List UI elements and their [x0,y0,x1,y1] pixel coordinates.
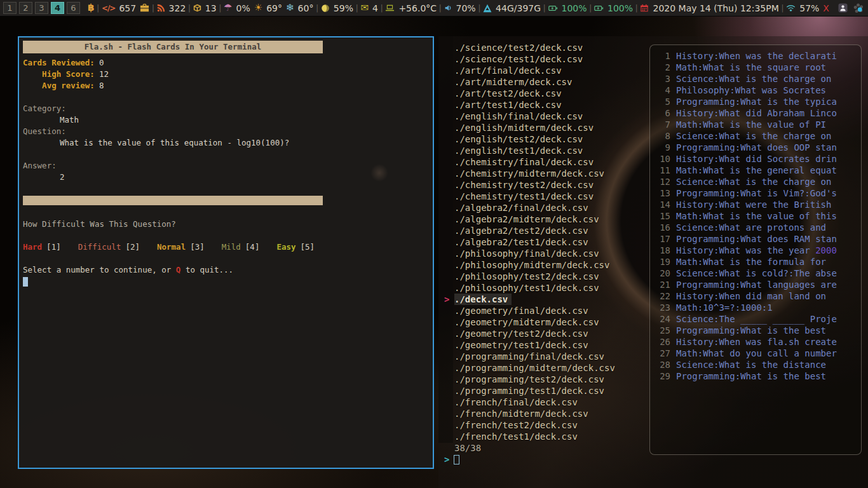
file-row[interactable]: ./programming/test2/deck.csv [438,374,654,385]
option-label: Normal [157,242,186,252]
bar-module-clock[interactable]: 2020 May 14 (Thu) 12:35PM [640,3,778,13]
bar-module-packages[interactable]: 13 [193,3,217,13]
answer-label: Answer: [23,160,429,172]
fzf-search-input[interactable]: > [444,454,459,465]
file-row[interactable]: ./art/test1/deck.csv [438,99,654,111]
file-row[interactable]: ./chemistry/final/deck.csv [438,156,654,168]
bar-module-weather[interactable]: ☂0%☀69°❄60° [224,3,313,13]
picker-terminal-window[interactable]: ./science/test2/deck.csv./science/test1/… [438,36,868,488]
file-row[interactable]: ./algebra2/test1/deck.csv [438,236,654,248]
fzf-pointer [438,236,454,248]
preview-line: 19Math:What is the formula for [656,256,861,268]
file-row[interactable]: ./english/midterm/deck.csv [438,122,654,133]
module-separator: | [315,3,319,13]
answer-value: 2 [23,172,429,183]
bar-module-volume[interactable]: 70% [444,3,476,13]
bar-module-value: 100% [562,3,587,13]
bar-module-network[interactable]: 57%X [786,3,829,13]
card-text: Math:What is the value of PI [676,119,826,130]
bar-module-dev-stats[interactable]: </>657 [102,3,149,13]
bar-module-battery-2[interactable]: 100% [594,3,633,13]
file-row[interactable]: ./algebra2/test2/deck.csv [438,225,654,236]
workspace-button-6[interactable]: 6 [67,2,80,14]
file-row[interactable]: ./art/final/deck.csv [438,65,654,76]
spacer [23,149,429,160]
card-text: Programming:What is the best [676,371,826,381]
card-text: Science:What is the charge on [676,74,831,84]
file-row[interactable]: ./geometry/midterm/deck.csv [438,316,654,328]
workspace-button-4[interactable]: 4 [51,2,64,14]
file-path: ./chemistry/final/deck.csv [454,156,593,168]
file-path: ./french/midterm/deck.csv [454,408,588,419]
preview-line: 3Science:What is the charge on [656,73,861,85]
card-text: Programming:What is the best [676,325,826,336]
file-row[interactable]: ./chemistry/test1/deck.csv [438,191,654,202]
difficulty-option-easy: Easy[5] [276,241,315,253]
file-row[interactable]: ./programming/midterm/deck.csv [438,362,654,374]
workspace-button-1[interactable]: 1 [3,2,17,14]
volume-icon [444,4,452,12]
workspace-button-3[interactable]: 3 [35,2,48,14]
keybase-tray-icon[interactable] [837,3,848,14]
file-row[interactable]: ./french/final/deck.csv [438,396,654,408]
file-row[interactable]: ./science/test1/deck.csv [438,53,654,65]
file-row[interactable]: ./art/test2/deck.csv [438,88,654,99]
fzf-pointer [438,99,454,111]
bar-module-mail[interactable]: ✉4 [360,3,378,13]
preview-line: 10History:What did Socrates drin [656,153,861,165]
file-row[interactable]: ./french/midterm/deck.csv [438,408,654,419]
bar-module-moon-phase[interactable]: 59% [321,3,353,13]
preview-line: 8Science:What is the charge on [656,130,861,142]
spacer [23,207,429,219]
file-row[interactable]: ./chemistry/midterm/deck.csv [438,168,654,179]
option-label: Mild [222,242,241,252]
pinwheel-tray-icon[interactable] [853,3,864,14]
file-row[interactable]: ./philosophy/final/deck.csv [438,248,654,259]
file-row[interactable]: ./english/final/deck.csv [438,111,654,122]
bar-module-value: X [823,3,829,13]
flash-title-bar: Fla.sh - Flash Cards In Your Terminal [23,41,323,53]
file-row[interactable]: ./programming/final/deck.csv [438,351,654,362]
preview-line: 13Programming:What is Vim?:God's [656,187,861,199]
file-row[interactable]: ./french/test2/deck.csv [438,419,654,431]
line-number: 29 [656,370,670,382]
card-text: Programming:What does OOP stan [676,142,837,152]
file-row[interactable]: ./english/test1/deck.csv [438,145,654,156]
bar-module-cpu-temp[interactable]: +56.0°C [385,3,437,13]
file-row[interactable]: ./french/test1/deck.csv [438,431,654,442]
file-row[interactable]: ./programming/test1/deck.csv [438,385,654,396]
preview-line: 21Programming:What languages are [656,279,861,290]
bar-module-battery-1[interactable]: 100% [548,3,587,13]
fzf-pointer [438,122,454,133]
bar-module-disk[interactable]: 44G/397G [483,3,541,13]
preview-line: 28Science:What is the distance [656,359,861,370]
file-row[interactable]: ./algebra2/final/deck.csv [438,202,654,214]
question-value: What is the value of this equation - log… [23,137,429,149]
file-path: ./programming/test2/deck.csv [454,374,604,385]
file-row[interactable]: ./geometry/final/deck.csv [438,305,654,316]
card-text: Math:What do you call a number [676,348,837,358]
difficulty-option-hard: Hard[1] [23,241,61,253]
file-row[interactable]: ./philosophy/test2/deck.csv [438,271,654,282]
file-row[interactable]: ./geometry/test2/deck.csv [438,328,654,339]
file-row[interactable]: ./philosophy/midterm/deck.csv [438,259,654,271]
bar-module-value: 657 [119,3,136,13]
file-row[interactable]: ./english/test2/deck.csv [438,133,654,145]
file-row[interactable]: ./chemistry/test2/deck.csv [438,179,654,191]
file-row[interactable]: ./science/test2/deck.csv [438,42,654,53]
fzf-pointer [438,362,454,374]
flash-terminal-window[interactable]: Fla.sh - Flash Cards In Your Terminal Ca… [18,36,434,469]
module-separator: | [438,3,442,13]
file-row-selected[interactable]: >./deck.csv [438,294,654,305]
bar-module-news[interactable]: 322 [157,3,186,13]
difficulty-prompt: How Difficult Was This Question? [23,219,429,230]
card-text: History:When was the declarati [676,51,837,61]
card-text: Science:What is the charge on [676,131,831,141]
spacer [23,253,429,264]
file-row[interactable]: ./geometry/test1/deck.csv [438,339,654,351]
file-row[interactable]: ./philosophy/test1/deck.csv [438,282,654,294]
file-row[interactable]: ./algebra2/midterm/deck.csv [438,214,654,225]
workspace-button-2[interactable]: 2 [19,2,32,14]
bar-module-bitcoin[interactable]: ฿ [88,3,94,13]
file-row[interactable]: ./art/midterm/deck.csv [438,76,654,88]
